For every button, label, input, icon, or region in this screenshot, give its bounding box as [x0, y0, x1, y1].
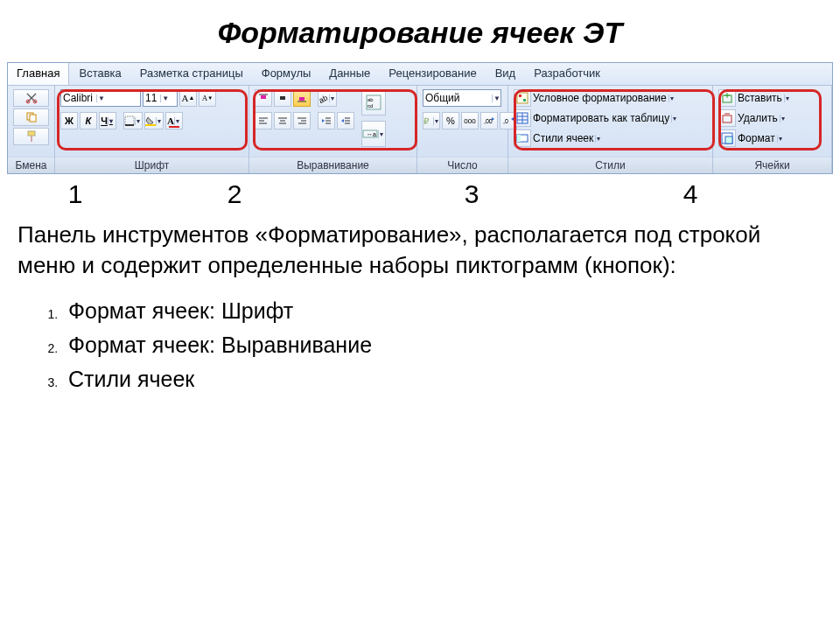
svg-rect-54: [723, 116, 732, 122]
tab-developer[interactable]: Разработчик: [524, 63, 609, 85]
italic-button[interactable]: К: [80, 112, 97, 130]
group-label-font: Шрифт: [55, 157, 248, 173]
tab-home[interactable]: Главная: [8, 63, 69, 85]
svg-marker-28: [341, 119, 344, 122]
list-item: Формат ячеек: Шрифт: [61, 290, 840, 324]
group-label-number: Число: [417, 157, 508, 173]
group-styles: Условное форматирование ▾ Форматировать …: [508, 86, 713, 173]
label-3: 3: [318, 179, 625, 209]
group-font: Calibri▼ 11▼ A▲ A▼ Ж К Ч▾ ▾ ▾ A▾ Шрифт: [55, 86, 249, 173]
cell-styles-button[interactable]: Стили ячеек ▾: [514, 130, 707, 147]
svg-rect-57: [725, 136, 732, 144]
orientation-button[interactable]: ab▾: [318, 89, 337, 107]
svg-marker-39: [492, 117, 494, 121]
insert-cells-button[interactable]: Вставить ▾: [718, 89, 826, 107]
insert-icon: [718, 89, 736, 107]
svg-text:ab: ab: [368, 97, 374, 102]
format-icon: [718, 130, 736, 147]
align-center-button[interactable]: [274, 112, 291, 130]
increase-font-button[interactable]: A▲: [179, 89, 197, 107]
tab-page-layout[interactable]: Разметка страницы: [130, 63, 252, 85]
merge-center-button[interactable]: ↔a▾: [361, 121, 386, 147]
page-title: Форматирование ячеек ЭТ: [0, 0, 840, 62]
underline-button[interactable]: Ч▾: [99, 112, 116, 130]
tab-insert[interactable]: Вставка: [69, 63, 130, 85]
body-paragraph: Панель инструментов «Форматирование», ра…: [0, 214, 840, 281]
svg-marker-24: [322, 119, 325, 122]
svg-rect-12: [299, 97, 304, 101]
label-2: 2: [150, 179, 318, 209]
svg-rect-42: [517, 93, 528, 103]
align-middle-button[interactable]: [274, 89, 291, 107]
svg-rect-50: [517, 135, 521, 142]
delete-cells-button[interactable]: Удалить ▾: [718, 109, 826, 127]
fill-color-button[interactable]: ▾: [144, 112, 164, 130]
tab-view[interactable]: Вид: [486, 63, 525, 85]
svg-rect-10: [261, 95, 266, 99]
group-label-clipboard: Бмена: [8, 157, 54, 173]
table-format-icon: [514, 109, 531, 127]
delete-icon: [718, 109, 736, 127]
format-as-table-button[interactable]: Форматировать как таблицу ▾: [514, 109, 707, 127]
font-name-combo[interactable]: Calibri▼: [60, 89, 141, 107]
format-painter-button[interactable]: [13, 128, 49, 145]
align-bottom-button[interactable]: [293, 89, 311, 107]
borders-button[interactable]: ▾: [123, 112, 143, 130]
label-4: 4: [625, 179, 756, 209]
increase-decimal-button[interactable]: ,00: [480, 112, 498, 130]
group-alignment: ab▾ abcd ↔a▾ Выравнивание: [249, 86, 417, 173]
svg-rect-6: [125, 116, 134, 125]
copy-button[interactable]: [13, 108, 49, 126]
ribbon-screenshot: Главная Вставка Разметка страницы Формул…: [7, 62, 833, 174]
group-label-alignment: Выравнивание: [249, 157, 416, 173]
svg-text:,00: ,00: [484, 118, 493, 124]
tab-formulas[interactable]: Формулы: [252, 63, 320, 85]
accounting-format-button[interactable]: ₽▾: [423, 112, 440, 130]
comma-button[interactable]: 000: [461, 112, 479, 130]
decrease-indent-button[interactable]: [318, 112, 335, 130]
group-label-cells: Ячейки: [713, 157, 831, 173]
svg-rect-8: [145, 124, 156, 126]
group-number: Общий▼ ₽▾ % 000 ,00 ,0 Число: [417, 86, 508, 173]
items-list: Формат ячеек: Шрифт Формат ячеек: Выравн…: [0, 281, 840, 392]
svg-rect-11: [280, 96, 285, 100]
tab-review[interactable]: Рецензирование: [379, 63, 485, 85]
label-1: 1: [0, 179, 150, 209]
number-format-combo[interactable]: Общий▼: [423, 89, 501, 107]
cond-format-icon: [514, 89, 531, 107]
svg-rect-4: [28, 131, 35, 136]
group-cells: Вставить ▾ Удалить ▾ Формат ▾ Ячейки: [713, 86, 832, 173]
font-size-combo[interactable]: 11▼: [143, 89, 178, 107]
list-item: Формат ячеек: Выравнивание: [61, 324, 840, 358]
ribbon-tabs: Главная Вставка Разметка страницы Формул…: [8, 63, 832, 86]
font-color-button[interactable]: A▾: [165, 112, 183, 130]
align-top-button[interactable]: [255, 89, 272, 107]
svg-rect-44: [523, 99, 526, 102]
align-left-button[interactable]: [255, 112, 272, 130]
cell-styles-icon: [514, 130, 531, 147]
group-clipboard: Бмена: [8, 86, 55, 173]
list-item: Стили ячеек: [61, 358, 840, 392]
group-label-styles: Стили: [508, 157, 712, 173]
svg-rect-5: [31, 136, 32, 142]
cut-button[interactable]: [13, 89, 49, 107]
align-right-button[interactable]: [293, 112, 311, 130]
svg-rect-43: [519, 94, 522, 97]
svg-text:cd: cd: [368, 103, 373, 108]
increase-indent-button[interactable]: [337, 112, 354, 130]
bold-button[interactable]: Ж: [60, 112, 78, 130]
svg-text:₽: ₽: [424, 116, 430, 126]
decrease-font-button[interactable]: A▼: [199, 89, 216, 107]
svg-text:↔a: ↔a: [367, 131, 376, 137]
wrap-text-button[interactable]: abcd: [361, 89, 386, 116]
number-labels-row: 1 2 3 4: [0, 174, 840, 214]
tab-data[interactable]: Данные: [319, 63, 379, 85]
svg-rect-3: [30, 115, 36, 122]
svg-text:ab: ab: [318, 94, 329, 103]
format-cells-button[interactable]: Формат ▾: [718, 130, 826, 147]
conditional-formatting-button[interactable]: Условное форматирование ▾: [514, 89, 707, 107]
percent-button[interactable]: %: [442, 112, 459, 130]
